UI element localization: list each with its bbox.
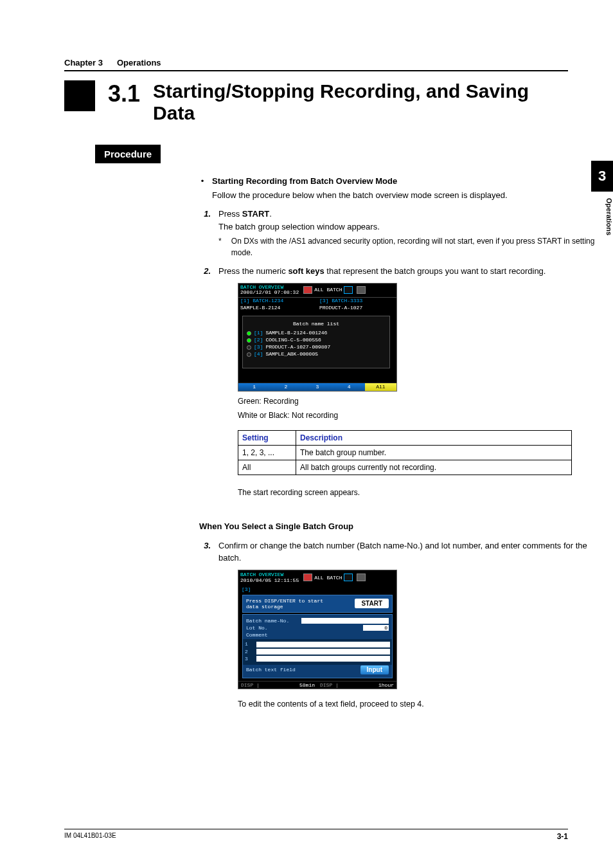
batch-row-1[interactable]: [1]SAMPLE-B-2124-001246 [247, 330, 386, 336]
softkey-4[interactable]: 4 [333, 383, 365, 392]
device-1-header: BATCH OVERVIEW 2008/12/01 07:08:32 ALL B… [238, 284, 396, 298]
step-1: 1. Press START. The batch group selectio… [199, 208, 610, 258]
device-2-header: BATCH OVERVIEW 2010/04/05 12:11:55 ALL B… [238, 570, 396, 584]
td-setting-1: 1, 2, 3, ... [238, 446, 296, 460]
softkey-2[interactable]: 2 [270, 383, 301, 392]
lbl-batch-text: Batch text field [246, 667, 296, 673]
batch-row-4[interactable]: [4]SAMPLE_ABK-000005 [247, 352, 386, 357]
dev2-mode: ALL BATCH [314, 575, 342, 581]
step-3: 3. Confirm or change the batch number (B… [199, 539, 610, 710]
footer-page: 3-1 [557, 832, 568, 841]
th-description: Description [296, 431, 572, 446]
settings-table: Setting Description 1, 2, 3, ... The bat… [238, 430, 572, 475]
bullet-heading: Starting Recording from Batch Overview M… [212, 175, 508, 188]
comment-field-2[interactable] [256, 649, 390, 655]
page-footer: IM 04L41B01-03E 3-1 [64, 829, 568, 841]
th-setting: Setting [238, 431, 296, 446]
disk-icon[interactable] [344, 286, 353, 294]
record-icon[interactable] [303, 286, 312, 294]
status-icon[interactable] [357, 286, 366, 294]
softkey-1[interactable]: 1 [238, 383, 270, 392]
dev1-mode: ALL BATCH [314, 287, 342, 293]
dev1-date: 2008/12/01 07:08:32 [240, 290, 299, 296]
batch-row-2[interactable]: [2]COOLING-C-5-000556 [247, 338, 386, 343]
dev2-bottom-bar: DISP |58min DISP |1hour [238, 681, 396, 689]
dev2-form: Batch name-No. Lot No. 0 Comment [242, 614, 393, 678]
side-tab-label: Operations [591, 198, 613, 235]
lot-no-field[interactable]: 0 [363, 625, 389, 631]
comment-field-1[interactable] [256, 642, 390, 647]
dev1-col-r-top[interactable]: [3] BATCH-3333 [317, 297, 396, 305]
dev1-body: Batch name list [1]SAMPLE-B-2124-001246 … [238, 312, 396, 383]
comment-label-row: Comment [246, 632, 389, 638]
dev1-col-l-bot: SAMPLE-B-2124 [238, 305, 317, 312]
after-table-text: The start recording screen appears. [238, 487, 610, 498]
step-3-number: 3. [199, 539, 211, 710]
procedure-heading: Procedure [95, 145, 161, 163]
disp-right[interactable]: DISP |1hour [317, 681, 396, 689]
footer-code: IM 04L41B01-03E [64, 832, 116, 841]
disp-left[interactable]: DISP |58min [238, 681, 317, 689]
dev2-prompt-box: Press DISP/ENTER to start data storage S… [242, 595, 393, 613]
status-led-green [247, 338, 251, 343]
dev2-prompt: Press DISP/ENTER to start data storage [246, 598, 323, 610]
status-led-off [247, 345, 251, 350]
lot-no-row: Lot No. 0 [246, 625, 389, 631]
batch-name-row: Batch name-No. [246, 618, 389, 624]
title-ornament [64, 80, 95, 111]
dev1-col-r-bot: PRODUCT-A-1027 [317, 305, 396, 312]
dev2-tab[interactable]: [3] [240, 586, 395, 593]
status-led-off [247, 352, 251, 357]
dev1-col-l-top[interactable]: [1] BATCH-1234 [238, 297, 317, 305]
step-1-number: 1. [199, 208, 211, 258]
softkey-3[interactable]: 3 [301, 383, 333, 392]
side-tab: 3 Operations [591, 161, 613, 235]
record-icon[interactable] [303, 574, 312, 581]
disk-icon[interactable] [344, 574, 353, 581]
batch-name-list: Batch name list [1]SAMPLE-B-2124-001246 … [242, 316, 390, 368]
bullet-dot: • [199, 175, 206, 201]
chapter-label: Chapter 3 [64, 58, 103, 68]
step-2-text: Press the numeric soft keys that represe… [218, 265, 610, 278]
lbl-batch-name: Batch name-No. [246, 618, 299, 624]
sub-heading: When You Select a Single Batch Group [199, 520, 610, 533]
softkey-all[interactable]: All [365, 383, 396, 392]
legend-green: Green: Recording [238, 395, 610, 407]
step-1-line-a: Press START. [218, 208, 610, 221]
table-row: All All batch groups currently not recor… [238, 460, 572, 475]
section-number: 3.1 [108, 80, 140, 107]
side-tab-number: 3 [591, 161, 613, 192]
batch-text-row: Batch text field Input [246, 665, 389, 674]
comment-1: 1 [245, 641, 390, 647]
dev2-body: [3] Press DISP/ENTER to start data stora… [238, 584, 396, 680]
legend-white: White or Black: Not recording [238, 410, 610, 421]
comment-field-3[interactable] [256, 656, 390, 662]
dev1-row-batch: [1] BATCH-1234 [3] BATCH-3333 [238, 297, 396, 305]
chapter-header: Chapter 3 Operations [64, 58, 568, 71]
step-1-note: * On DXs with the /AS1 advanced security… [218, 235, 610, 258]
comment-3: 3 [245, 656, 390, 662]
batch-name-field[interactable] [301, 618, 389, 624]
device-screenshot-1: BATCH OVERVIEW 2008/12/01 07:08:32 ALL B… [238, 283, 397, 392]
start-button[interactable]: START [355, 599, 389, 609]
asterisk: * [218, 235, 225, 258]
status-icon[interactable] [357, 574, 366, 581]
td-desc-1: The batch group number. [296, 446, 572, 460]
batch-row-3[interactable]: [3]PRODUCT-A-1027-009807 [247, 345, 386, 350]
dev1-row-sample: SAMPLE-B-2124 PRODUCT-A-1027 [238, 305, 396, 312]
step-1-line-b: The batch group selection window appears… [218, 221, 610, 233]
chapter-name: Operations [117, 58, 161, 68]
step-2: 2. Press the numeric soft keys that repr… [199, 265, 610, 510]
comment-2: 2 [245, 649, 390, 655]
input-button[interactable]: Input [360, 665, 389, 674]
after-device-2-text: To edit the contents of a text field, pr… [238, 698, 610, 710]
section-title-row: 3.1 Starting/Stopping Recording, and Sav… [64, 80, 568, 124]
dev2-title: BATCH OVERVIEW [240, 572, 301, 577]
dev2-date: 2010/04/05 12:11:55 [240, 577, 299, 583]
section-title: Starting/Stopping Recording, and Saving … [153, 80, 568, 124]
step-1-note-text: On DXs with the /AS1 advanced security o… [231, 235, 610, 258]
device-screenshot-2: BATCH OVERVIEW 2010/04/05 12:11:55 ALL B… [238, 570, 397, 689]
lbl-comment: Comment [246, 632, 299, 638]
comment-block: 1 2 3 [243, 639, 392, 665]
content-area: • Starting Recording from Batch Overview… [199, 175, 610, 710]
